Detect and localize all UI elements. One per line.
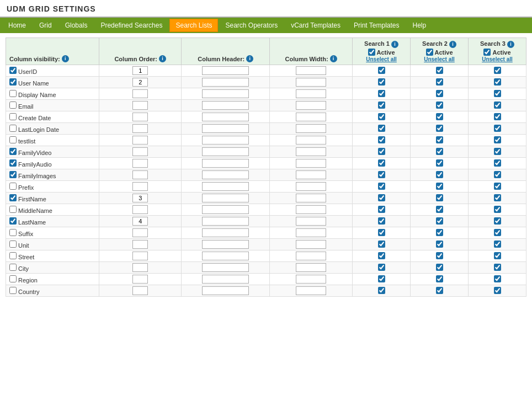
search3-checkbox[interactable] xyxy=(494,90,501,97)
visibility-checkbox[interactable] xyxy=(9,252,17,259)
search1-checkbox[interactable] xyxy=(378,194,385,201)
header-input[interactable] xyxy=(202,147,249,156)
header-input[interactable] xyxy=(202,136,249,145)
search2-checkbox[interactable] xyxy=(436,78,443,86)
search1-checkbox[interactable] xyxy=(378,206,385,213)
visibility-checkbox[interactable] xyxy=(9,241,17,248)
search2-checkbox[interactable] xyxy=(436,217,443,225)
search1-checkbox[interactable] xyxy=(378,125,385,132)
search2-info-icon[interactable]: i xyxy=(449,41,456,48)
search1-checkbox[interactable] xyxy=(378,90,385,97)
header-input[interactable] xyxy=(202,101,249,110)
width-input[interactable] xyxy=(296,194,326,202)
search2-checkbox[interactable] xyxy=(436,101,443,109)
search3-checkbox[interactable] xyxy=(494,125,501,132)
visibility-checkbox[interactable] xyxy=(9,67,17,74)
search3-checkbox[interactable] xyxy=(494,194,501,201)
visibility-checkbox[interactable] xyxy=(9,217,17,225)
search2-checkbox[interactable] xyxy=(436,148,443,155)
header-input[interactable] xyxy=(202,275,249,284)
width-input[interactable] xyxy=(296,263,326,272)
search2-checkbox[interactable] xyxy=(436,136,443,143)
visibility-checkbox[interactable] xyxy=(9,194,17,201)
search1-checkbox[interactable] xyxy=(378,264,385,271)
width-input[interactable] xyxy=(296,228,326,237)
search3-checkbox[interactable] xyxy=(494,78,501,86)
visibility-checkbox[interactable] xyxy=(9,275,17,282)
header-input[interactable] xyxy=(202,194,249,202)
search2-checkbox[interactable] xyxy=(436,90,443,97)
header-input[interactable] xyxy=(202,159,249,168)
order-input[interactable] xyxy=(132,159,148,168)
width-input[interactable] xyxy=(296,170,326,179)
visibility-checkbox[interactable] xyxy=(9,148,17,155)
order-input[interactable] xyxy=(132,170,148,179)
order-input[interactable] xyxy=(132,228,148,237)
search3-checkbox[interactable] xyxy=(494,229,501,236)
order-input[interactable] xyxy=(132,78,148,87)
search3-checkbox[interactable] xyxy=(494,136,501,143)
header-input[interactable] xyxy=(202,286,249,295)
width-input[interactable] xyxy=(296,124,326,133)
search1-checkbox[interactable] xyxy=(378,252,385,259)
order-input[interactable] xyxy=(132,147,148,156)
search3-checkbox[interactable] xyxy=(494,171,501,178)
search3-checkbox[interactable] xyxy=(494,159,501,167)
search3-checkbox[interactable] xyxy=(494,264,501,271)
order-input[interactable] xyxy=(132,194,148,202)
search2-unselect-all[interactable]: Unselect all xyxy=(424,56,455,62)
width-input[interactable] xyxy=(296,66,326,75)
header-input[interactable] xyxy=(202,170,249,179)
order-input[interactable] xyxy=(132,89,148,98)
width-input[interactable] xyxy=(296,147,326,156)
width-input[interactable] xyxy=(296,101,326,110)
order-input[interactable] xyxy=(132,275,148,284)
width-input[interactable] xyxy=(296,136,326,145)
visibility-checkbox[interactable] xyxy=(9,264,17,271)
header-input[interactable] xyxy=(202,205,249,214)
search2-checkbox[interactable] xyxy=(436,241,443,248)
visibility-checkbox[interactable] xyxy=(9,113,17,120)
header-input[interactable] xyxy=(202,89,249,98)
search3-checkbox[interactable] xyxy=(494,206,501,213)
nav-tab-print-templates[interactable]: Print Templates xyxy=(348,19,405,32)
nav-tab-search-lists[interactable]: Search Lists xyxy=(169,19,218,32)
search1-active-checkbox[interactable] xyxy=(368,49,375,56)
order-input[interactable] xyxy=(132,252,148,260)
search3-checkbox[interactable] xyxy=(494,275,501,282)
search1-info-icon[interactable]: i xyxy=(391,41,398,48)
order-input[interactable] xyxy=(132,101,148,110)
width-input[interactable] xyxy=(296,205,326,214)
search3-checkbox[interactable] xyxy=(494,287,501,294)
search3-checkbox[interactable] xyxy=(494,148,501,155)
order-input[interactable] xyxy=(132,286,148,295)
search2-checkbox[interactable] xyxy=(436,206,443,213)
order-input[interactable] xyxy=(132,66,148,75)
width-input[interactable] xyxy=(296,159,326,168)
search3-checkbox[interactable] xyxy=(494,241,501,248)
visibility-checkbox[interactable] xyxy=(9,287,17,294)
nav-tab-help[interactable]: Help xyxy=(407,19,433,32)
search1-checkbox[interactable] xyxy=(378,275,385,282)
search2-checkbox[interactable] xyxy=(436,159,443,167)
header-input[interactable] xyxy=(202,78,249,87)
col-header-info-icon[interactable]: i xyxy=(246,55,253,62)
nav-tab-home[interactable]: Home xyxy=(2,19,32,32)
search3-active-checkbox[interactable] xyxy=(483,49,491,56)
width-input[interactable] xyxy=(296,89,326,98)
search1-checkbox[interactable] xyxy=(378,229,385,236)
order-input[interactable] xyxy=(132,136,148,145)
search1-checkbox[interactable] xyxy=(378,136,385,143)
visibility-checkbox[interactable] xyxy=(9,183,17,190)
visibility-checkbox[interactable] xyxy=(9,206,17,213)
search1-checkbox[interactable] xyxy=(378,171,385,178)
order-input[interactable] xyxy=(132,124,148,133)
visibility-checkbox[interactable] xyxy=(9,101,17,109)
visibility-checkbox[interactable] xyxy=(9,125,17,132)
search3-checkbox[interactable] xyxy=(494,101,501,109)
order-input[interactable] xyxy=(132,113,148,121)
search2-checkbox[interactable] xyxy=(436,264,443,271)
search3-checkbox[interactable] xyxy=(494,183,501,190)
visibility-checkbox[interactable] xyxy=(9,136,17,143)
search2-checkbox[interactable] xyxy=(436,252,443,259)
